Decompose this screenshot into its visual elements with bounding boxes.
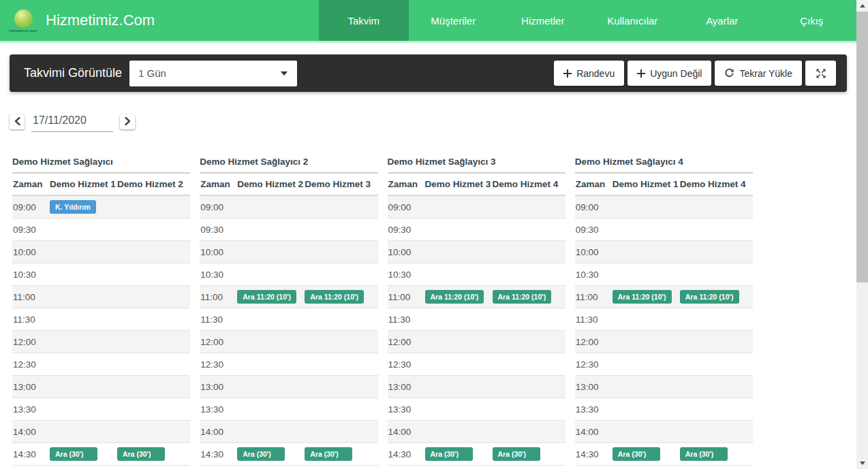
time-label: 12:00 bbox=[12, 337, 50, 347]
time-label: 14:30 bbox=[575, 449, 613, 459]
time-label: 09:30 bbox=[388, 225, 425, 235]
break-badge[interactable]: Ara 11:20 (10') bbox=[680, 290, 739, 304]
break-badge[interactable]: Ara 11:20 (10') bbox=[305, 290, 364, 304]
slot-cell[interactable]: Ara 11:20 (10') bbox=[305, 290, 372, 304]
slot-cell[interactable]: K. Yıldırım bbox=[50, 200, 117, 214]
slot-cell[interactable]: Ara (30') bbox=[237, 447, 305, 462]
scrollbar-thumb[interactable] bbox=[856, 12, 868, 282]
slot-cell[interactable]: Ara (30') bbox=[680, 447, 747, 462]
time-row-0900: 09:00 bbox=[200, 196, 377, 219]
service-column-header: Demo Hizmet 1 bbox=[613, 179, 680, 189]
column-headers: ZamanDemo Hizmet 2Demo Hizmet 3 bbox=[200, 174, 377, 196]
break-badge[interactable]: Ara (30') bbox=[680, 447, 728, 462]
time-label: 12:00 bbox=[200, 337, 237, 347]
time-label: 11:00 bbox=[12, 292, 50, 302]
tekrar-yukle-button[interactable]: Tekrar Yükle bbox=[715, 61, 802, 86]
appointment-badge[interactable]: K. Yıldırım bbox=[50, 200, 96, 214]
time-column-header: Zaman bbox=[200, 179, 237, 189]
slot-cell[interactable]: Ara (30') bbox=[613, 447, 680, 462]
column-headers: ZamanDemo Hizmet 3Demo Hizmet 4 bbox=[388, 174, 565, 196]
time-label: 12:30 bbox=[12, 359, 50, 370]
slot-cell[interactable]: Ara 11:20 (10') bbox=[493, 290, 560, 304]
time-label: 09:00 bbox=[12, 202, 50, 212]
plus-icon bbox=[637, 69, 645, 78]
slot-cell[interactable]: Ara (30') bbox=[117, 447, 185, 462]
slot-cell[interactable]: Ara 11:20 (10') bbox=[680, 290, 747, 304]
time-row-0930: 09:30 bbox=[12, 219, 190, 241]
refresh-icon bbox=[724, 68, 734, 78]
date-input[interactable] bbox=[31, 113, 113, 132]
scroll-down-arrow-icon[interactable] bbox=[856, 457, 868, 469]
randevu-button-label: Randevu bbox=[576, 68, 615, 79]
next-day-button[interactable] bbox=[120, 114, 135, 129]
time-label: 13:00 bbox=[388, 382, 425, 392]
break-badge[interactable]: Ara 11:20 (10') bbox=[493, 290, 552, 304]
break-badge[interactable]: Ara (30') bbox=[117, 447, 165, 462]
nav-tab-musteriler[interactable]: Müşteriler bbox=[409, 0, 499, 41]
scroll-up-arrow-icon[interactable] bbox=[856, 0, 868, 12]
time-label: 13:00 bbox=[200, 382, 237, 392]
view-select-value: 1 Gün bbox=[138, 67, 166, 79]
app-logo: hizmetimiz.com bbox=[6, 8, 40, 33]
service-column-header: Demo Hizmet 4 bbox=[680, 179, 747, 189]
provider-title: Demo Hizmet Sağlayıcı bbox=[12, 155, 190, 174]
break-badge[interactable]: Ara (30') bbox=[305, 447, 352, 462]
time-label: 11:30 bbox=[575, 314, 613, 325]
time-row-1230: 12:30 bbox=[575, 353, 753, 376]
time-label: 14:00 bbox=[388, 427, 425, 437]
break-badge[interactable]: Ara (30') bbox=[50, 447, 97, 462]
break-badge[interactable]: Ara (30') bbox=[237, 447, 285, 462]
slot-cell[interactable]: Ara 11:20 (10') bbox=[425, 290, 493, 304]
nav-tab-cikis[interactable]: Çıkış bbox=[767, 0, 857, 41]
slot-cell[interactable]: Ara (30') bbox=[50, 447, 117, 462]
time-label: 12:00 bbox=[575, 337, 613, 347]
nav-tab-takvim[interactable]: Takvim bbox=[319, 0, 409, 41]
time-row-1430: 14:30Ara (30')Ara (30') bbox=[388, 443, 565, 466]
time-label: 13:30 bbox=[575, 404, 613, 415]
break-badge[interactable]: Ara 11:20 (10') bbox=[613, 290, 672, 304]
navbar: hizmetimiz.com Hizmetimiz.Com TakvimMüşt… bbox=[0, 0, 868, 43]
break-badge[interactable]: Ara (30') bbox=[613, 447, 660, 462]
service-column-header: Demo Hizmet 1 bbox=[50, 179, 117, 189]
fullscreen-button[interactable] bbox=[805, 61, 836, 86]
randevu-button[interactable]: Randevu bbox=[554, 61, 624, 86]
time-label: 10:00 bbox=[388, 247, 425, 257]
prev-day-button[interactable] bbox=[10, 114, 25, 129]
break-badge[interactable]: Ara (30') bbox=[425, 447, 473, 462]
time-label: 14:30 bbox=[12, 449, 50, 459]
brand-title: Hizmetimiz.Com bbox=[46, 12, 155, 29]
time-row-1200: 12:00 bbox=[12, 331, 190, 353]
time-row-1130: 11:30 bbox=[200, 308, 377, 331]
slot-cell[interactable]: Ara (30') bbox=[493, 447, 560, 462]
nav-tab-ayarlar[interactable]: Ayarlar bbox=[677, 0, 767, 41]
uygun-degil-button[interactable]: Uygun Değil bbox=[627, 61, 711, 86]
slot-cell[interactable]: Ara 11:20 (10') bbox=[613, 290, 680, 304]
view-select[interactable]: 1 Gün bbox=[129, 61, 297, 86]
break-badge[interactable]: Ara (30') bbox=[493, 447, 540, 462]
service-column-header: Demo Hizmet 4 bbox=[493, 179, 560, 189]
time-row-1230: 12:30 bbox=[12, 353, 190, 376]
time-row-1330: 13:30 bbox=[575, 398, 753, 421]
time-label: 10:30 bbox=[200, 270, 237, 280]
time-row-1000: 10:00 bbox=[200, 241, 377, 263]
time-column-header: Zaman bbox=[12, 179, 50, 189]
slot-cell[interactable]: Ara (30') bbox=[425, 447, 493, 462]
slot-cell[interactable]: Ara (30') bbox=[305, 447, 372, 462]
slot-cell[interactable]: Ara 11:20 (10') bbox=[237, 290, 305, 304]
nav-tab-hizmetler[interactable]: Hizmetler bbox=[498, 0, 588, 41]
time-row-1400: 14:00 bbox=[12, 421, 190, 443]
time-label: 09:00 bbox=[200, 202, 237, 212]
time-row-1300: 13:00 bbox=[575, 376, 753, 398]
break-badge[interactable]: Ara 11:20 (10') bbox=[425, 290, 484, 304]
service-column-header: Demo Hizmet 2 bbox=[117, 179, 185, 189]
time-label: 11:30 bbox=[12, 314, 50, 325]
nav-tab-kullanicilar[interactable]: Kullanıcılar bbox=[588, 0, 678, 41]
time-label: 14:30 bbox=[388, 449, 425, 459]
time-row-1400: 14:00 bbox=[200, 421, 377, 443]
time-row-1400: 14:00 bbox=[388, 421, 565, 443]
break-badge[interactable]: Ara 11:20 (10') bbox=[237, 290, 296, 304]
time-row-1430: 14:30Ara (30')Ara (30') bbox=[200, 443, 377, 466]
time-label: 13:30 bbox=[12, 404, 50, 415]
time-label: 10:30 bbox=[388, 270, 425, 280]
time-row-1100: 11:00Ara 11:20 (10')Ara 11:20 (10') bbox=[575, 286, 753, 308]
